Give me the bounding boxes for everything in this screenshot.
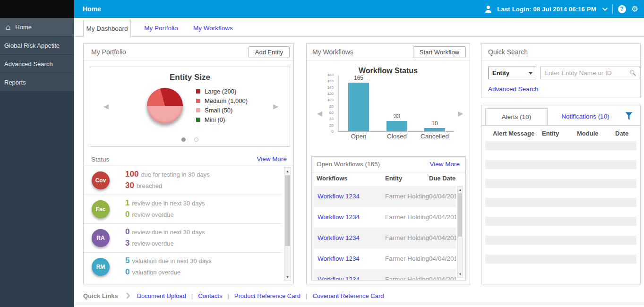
open-workflows-box: Open Workflows (165) View More Workflows… [311, 156, 466, 281]
workflow-link[interactable]: Workflow 1234 [318, 213, 360, 221]
link-contacts[interactable]: Contacts [198, 292, 222, 299]
empty-row [485, 255, 636, 264]
chevron-down-icon[interactable] [602, 6, 608, 11]
status-view-more-link[interactable]: View More [257, 155, 287, 162]
search-category-select[interactable]: Entity [488, 67, 536, 79]
carousel-dots [90, 137, 290, 142]
sidebar-item-label: Reports [4, 79, 26, 86]
y-axis-tick: 100 [327, 98, 334, 102]
quick-links-bar: Quick Links Document Upload | Contacts |… [83, 290, 384, 301]
empty-row [485, 198, 636, 207]
divider [307, 60, 470, 60]
column-header-alert-message: Alert Message [493, 130, 534, 137]
status-row-covenants: Cov 100due for testing in 30 days 30brea… [84, 166, 282, 195]
panel-title: Quick Search [488, 48, 528, 56]
scroll-down-icon[interactable]: ▼ [284, 275, 291, 279]
column-header-date: Date [615, 130, 628, 137]
search-icon[interactable] [630, 70, 634, 74]
scrollbar[interactable]: ▲ ▼ [284, 167, 291, 281]
panel-title: My Workflows [312, 48, 353, 56]
legend-item: Small (50) [196, 105, 248, 115]
advanced-search-link[interactable]: Advanced Search [488, 85, 539, 93]
scroll-up-icon[interactable]: ▲ [284, 170, 291, 173]
column-header-entity: Entity [542, 130, 559, 137]
status-badge: Cov [92, 171, 110, 189]
scroll-thumb[interactable] [285, 175, 290, 246]
empty-row [485, 217, 636, 226]
chevron-right-icon [124, 292, 130, 299]
panel-title: My Portfolio [91, 48, 126, 56]
status-list: Cov 100due for testing in 30 days 30brea… [84, 166, 282, 282]
workflow-link[interactable]: Workflow 1234 [318, 234, 360, 241]
scroll-thumb[interactable] [458, 193, 462, 237]
sidebar-item-reports[interactable]: Reports [0, 73, 74, 92]
logo-corner [0, 0, 74, 18]
y-axis: 020406080100120140160180 [321, 75, 336, 132]
table-row: Workflow 1234 Farmer Holding 04/04/2015 [314, 269, 456, 280]
y-axis-tick: 120 [327, 92, 334, 96]
table-row: Workflow 1234 Farmer Holding 04/04/2015 [314, 228, 456, 248]
select-value: Entity [492, 69, 509, 77]
gear-icon[interactable]: ⚙ [631, 5, 638, 13]
empty-row [485, 160, 636, 169]
help-icon[interactable]: ? [618, 5, 626, 13]
entity-size-carousel: Entity Size ◀ ▶ Large (200) Medium (1,00… [90, 67, 290, 147]
sidebar-item-advanced-search[interactable]: Advanced Search [0, 55, 74, 73]
chart-title: Entity Size [90, 73, 290, 82]
table-row: Workflow 1234 Farmer Holding 04/04/2015 [314, 248, 456, 269]
carousel-right-arrow-icon[interactable]: ▶ [273, 103, 278, 110]
y-axis-tick: 80 [329, 104, 334, 109]
quick-search-panel: Quick Search Entity Advanced Search [481, 43, 641, 98]
caret-down-icon [529, 72, 532, 75]
legend-item: Medium (1,000) [196, 96, 248, 105]
tab-my-dashboard[interactable]: My Dashboard [83, 20, 131, 37]
tab-my-portfolio[interactable]: My Portfolio [138, 20, 184, 37]
empty-row [485, 141, 636, 150]
legend-item: Mini (0) [196, 115, 248, 124]
y-axis-tick: 140 [327, 85, 334, 90]
status-badge: Fac [92, 200, 110, 218]
my-workflows-panel: My Workflows Start Workflow Workflow Sta… [306, 43, 470, 284]
scroll-up-icon[interactable]: ▲ [458, 188, 463, 191]
bar-closed: 33 Closed [386, 75, 407, 131]
carousel-left-arrow-icon[interactable]: ◀ [103, 103, 109, 110]
home-icon: ⌂ [6, 23, 10, 31]
add-entity-button[interactable]: Add Entity [249, 46, 290, 58]
quick-links-label: Quick Links [83, 292, 118, 299]
top-bar: Home Last Login: 08 Jul 2014 06:16 PM ? … [0, 0, 644, 18]
carousel-dot-active[interactable] [181, 137, 186, 142]
workflows-view-more-link[interactable]: View More [429, 161, 460, 168]
search-input-wrap [540, 67, 640, 79]
carousel-dot[interactable] [194, 137, 198, 142]
tab-my-workflows[interactable]: My Workflows [189, 20, 237, 37]
alerts-panel: Alerts (10) Notifications (10) Alert Mes… [481, 105, 641, 284]
scrollbar[interactable]: ▲ ▼ [457, 186, 463, 278]
search-input[interactable] [541, 67, 640, 79]
legend-swatch [196, 118, 200, 122]
sidebar-item-label: Advanced Search [4, 60, 53, 68]
workflow-table-body: Workflow 1234 Farmer Holding 04/04/2015 … [314, 186, 456, 280]
filter-icon[interactable] [625, 112, 633, 122]
workflow-link[interactable]: Workflow 1234 [318, 255, 360, 262]
status-badge: RA [92, 229, 110, 247]
link-product-reference-card[interactable]: Product Reference Card [234, 292, 301, 299]
column-header-workflows: Workflows [317, 175, 348, 185]
sidebar-item-home[interactable]: ⌂ Home [0, 18, 74, 36]
table-row: Workflow 1234 Farmer Holding 04/04/2015 [314, 207, 456, 228]
user-icon[interactable] [484, 6, 492, 13]
start-workflow-button[interactable]: Start Workflow [413, 46, 466, 58]
sidebar-item-label: Home [15, 24, 32, 31]
workflow-link[interactable]: Workflow 1234 [318, 276, 360, 280]
scroll-down-icon[interactable]: ▼ [458, 273, 463, 276]
link-document-upload[interactable]: Document Upload [137, 292, 186, 299]
tab-notifications[interactable]: Notifications (10) [552, 108, 618, 126]
link-covenant-reference-card[interactable]: Covenant Reference Card [312, 292, 384, 299]
y-axis-tick: 180 [327, 73, 334, 77]
workflow-link[interactable]: Workflow 1234 [318, 193, 360, 200]
empty-row [485, 179, 636, 188]
tab-alerts[interactable]: Alerts (10) [485, 108, 548, 126]
table-row: Workflow 1234 Farmer Holding 04/04/2015 [314, 186, 456, 207]
carousel-right-arrow-icon[interactable]: ▶ [458, 110, 463, 117]
sidebar-item-global-risk-appetite[interactable]: Global Risk Appetite [0, 36, 74, 55]
divider [74, 305, 644, 305]
